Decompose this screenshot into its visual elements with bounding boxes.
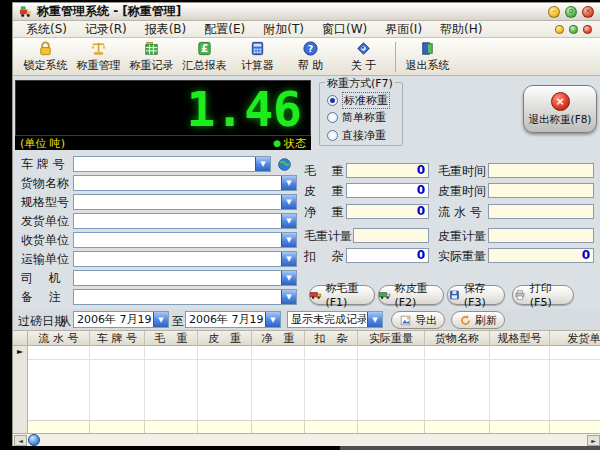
chevron-down-icon[interactable]: ▼ [281, 176, 296, 190]
chevron-down-icon[interactable]: ▼ [281, 233, 296, 247]
menu-records[interactable]: 记录(R) [76, 21, 136, 37]
calculator-button[interactable]: 计算器 [231, 40, 284, 74]
printer-icon [513, 289, 527, 301]
col-gross[interactable]: 毛 重 [145, 331, 198, 346]
deduction-field[interactable]: 0 [346, 248, 429, 263]
receiver-combo[interactable]: ▼ [73, 232, 297, 248]
serial-number-label: 流 水 号 [438, 204, 482, 220]
chevron-down-icon[interactable]: ▼ [367, 312, 382, 327]
col-tare[interactable]: 皮 重 [198, 331, 252, 346]
gross-weight-field[interactable]: 0 [346, 163, 429, 178]
col-spec[interactable]: 规格型号 [490, 331, 550, 346]
col-plate[interactable]: 车 牌 号 [90, 331, 145, 346]
tare-meter-label: 皮重计量 [438, 228, 486, 244]
radio-direct-net[interactable]: 直接净重 [327, 128, 386, 143]
driver-combo[interactable]: ▼ [73, 270, 297, 286]
transporter-combo[interactable]: ▼ [73, 251, 297, 267]
tare-weight-field[interactable]: 0 [346, 183, 429, 198]
refresh-button[interactable]: 刷新 [451, 311, 505, 329]
radio-simple-weigh[interactable]: 简单称重 [327, 110, 386, 125]
chevron-down-icon[interactable]: ▼ [153, 312, 168, 327]
mdi-close-icon[interactable] [583, 25, 592, 34]
records-table: ► 流 水 号 车 牌 号 毛 重 皮 重 净 重 扣 杂 实际重量 货物名称 … [13, 331, 600, 433]
current-row-marker-icon: ► [17, 348, 23, 356]
net-weight-field[interactable]: 0 [346, 204, 429, 219]
gross-meter-field[interactable] [353, 228, 429, 243]
tare-time-field[interactable] [488, 183, 594, 198]
record-filter-select[interactable]: 显示未完成记录 ▼ [287, 311, 383, 328]
weigh-gross-button[interactable]: 称毛重(F1) [309, 285, 375, 305]
minimize-button-icon[interactable]: – [548, 6, 560, 18]
shipper-combo[interactable]: ▼ [73, 213, 297, 229]
radio-standard-weigh[interactable]: 标准称重 [327, 92, 390, 109]
tare-meter-field[interactable] [488, 228, 594, 243]
tare-weight-label: 皮 重 [304, 183, 344, 199]
actual-weight-field[interactable]: 0 [488, 248, 594, 263]
close-button-icon[interactable]: × [582, 6, 594, 18]
help-icon: ? [302, 40, 319, 57]
red-x-icon: × [551, 92, 570, 111]
col-goods[interactable]: 货物名称 [425, 331, 490, 346]
shipper-label: 发货单位 [21, 213, 69, 229]
remarks-label: 备 注 [21, 289, 61, 305]
about-button[interactable]: 关 于 [337, 40, 390, 74]
remarks-combo[interactable]: ▼ [73, 289, 297, 305]
screen: 称重管理系统 - [称重管理] – o × 系统(S) 记录(R) 报表(B) … [0, 0, 600, 450]
print-button[interactable]: 打印(F5) [512, 285, 574, 305]
scroll-right-icon[interactable]: ► [587, 435, 600, 446]
col-net[interactable]: 净 重 [252, 331, 305, 346]
table-header: 流 水 号 车 牌 号 毛 重 皮 重 净 重 扣 杂 实际重量 货物名称 规格… [28, 331, 600, 346]
summary-report-button[interactable]: £ 汇总报表 [178, 40, 231, 74]
chevron-down-icon[interactable]: ▼ [281, 290, 296, 304]
horizontal-scrollbar[interactable]: ◄ ► [13, 433, 600, 446]
weigh-manage-button[interactable]: 称重管理 [72, 40, 125, 74]
weigh-records-button[interactable]: 称重记录 [125, 40, 178, 74]
chevron-down-icon[interactable]: ▼ [265, 312, 280, 327]
menu-help[interactable]: 帮助(H) [431, 21, 491, 37]
mdi-restore-icon[interactable] [569, 25, 578, 34]
exit-system-button[interactable]: 退出系统 [401, 40, 454, 74]
scrollbar-thumb[interactable] [28, 434, 40, 446]
col-actual[interactable]: 实际重量 [358, 331, 425, 346]
menu-window[interactable]: 窗口(W) [313, 21, 376, 37]
records-icon [143, 40, 160, 57]
to-date-picker[interactable]: 2006年 7月19日 ▼ [185, 311, 281, 328]
from-label: 从 [59, 313, 71, 330]
plate-lookup-button[interactable] [275, 156, 293, 172]
gross-time-field[interactable] [488, 163, 594, 178]
menu-config[interactable]: 配置(E) [195, 21, 254, 37]
weighing-panel: 1.46 (单位 吨) ● 状态 称重方式(F7) 标准称重 简单称重 [13, 76, 600, 309]
chevron-down-icon[interactable]: ▼ [281, 195, 296, 209]
col-shipper[interactable]: 发货单位 [550, 331, 600, 346]
menu-addons[interactable]: 附加(T) [254, 21, 313, 37]
save-button[interactable]: 保存(F3) [447, 285, 505, 305]
plate-number-combo[interactable]: ▼ [73, 156, 271, 172]
export-button[interactable]: 导出 [391, 311, 445, 329]
maximize-button-icon[interactable]: o [565, 6, 577, 18]
exit-weighing-button[interactable]: × 退出称重(F8) [523, 85, 597, 133]
chevron-down-icon[interactable]: ▼ [281, 252, 296, 266]
menu-reports[interactable]: 报表(B) [136, 21, 196, 37]
spec-model-combo[interactable]: ▼ [73, 194, 297, 210]
help-button[interactable]: ? 帮 助 [284, 40, 337, 74]
chevron-down-icon[interactable]: ▼ [281, 214, 296, 228]
menu-ui[interactable]: 界面(I) [376, 21, 431, 37]
exit-door-icon [419, 40, 436, 57]
col-deduction[interactable]: 扣 杂 [305, 331, 358, 346]
svg-text:?: ? [308, 43, 313, 54]
from-date-picker[interactable]: 2006年 7月19日 ▼ [73, 311, 169, 328]
chevron-down-icon[interactable]: ▼ [281, 271, 296, 285]
to-label: 至 [172, 313, 184, 330]
window-title: 称重管理系统 - [称重管理] [37, 3, 181, 20]
scroll-left-icon[interactable]: ◄ [14, 435, 27, 446]
weigh-tare-button[interactable]: 称皮重(F2) [378, 285, 444, 305]
chevron-down-icon[interactable]: ▼ [255, 157, 270, 171]
weigh-mode-groupbox: 称重方式(F7) 标准称重 简单称重 直接净重 [319, 82, 403, 146]
mdi-minimize-icon[interactable] [555, 25, 564, 34]
goods-name-combo[interactable]: ▼ [73, 175, 297, 191]
menu-system[interactable]: 系统(S) [17, 21, 76, 37]
lock-system-button[interactable]: 锁定系统 [19, 40, 72, 74]
serial-number-field[interactable] [488, 204, 594, 219]
col-serial[interactable]: 流 水 号 [28, 331, 90, 346]
title-bar[interactable]: 称重管理系统 - [称重管理] – o × [13, 3, 600, 21]
